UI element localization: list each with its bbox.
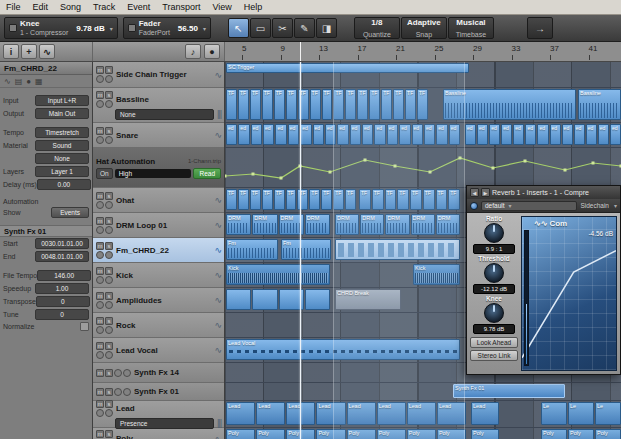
clip[interactable]: TF xyxy=(238,189,249,210)
wave-icon[interactable]: ∿ xyxy=(4,77,11,86)
record-arm-button[interactable] xyxy=(96,100,104,108)
mute-button[interactable]: m xyxy=(96,369,104,377)
clip[interactable]: ed xyxy=(550,124,561,145)
track-row-4[interactable]: msOhat∿ xyxy=(93,188,224,213)
track-row-11[interactable]: msSynth Fx 14 xyxy=(93,363,224,383)
clip[interactable] xyxy=(226,289,251,310)
inspector-value[interactable]: Main Out xyxy=(35,108,89,119)
clip[interactable]: TF xyxy=(274,89,285,120)
nav-back-icon[interactable]: ◀ xyxy=(470,188,479,197)
clip[interactable]: Synth Fx 01 xyxy=(453,384,565,398)
solo-button[interactable]: s xyxy=(105,91,113,99)
track-row-10[interactable]: msLead Vocal∿ xyxy=(93,338,224,363)
clip[interactable] xyxy=(305,289,330,310)
clip[interactable]: ed xyxy=(610,124,621,145)
add-track-button[interactable]: + xyxy=(21,44,37,59)
inspector-value[interactable]: 0048.01.01.00 xyxy=(35,251,89,262)
timeline-ruler[interactable]: 591317212529333741 xyxy=(225,42,621,61)
threshold-value[interactable]: -12.12 dB xyxy=(473,284,515,294)
mute-button[interactable]: m xyxy=(96,91,104,99)
automation-on-button[interactable]: On xyxy=(96,168,113,179)
track-row-1[interactable]: msBasslineNone||| xyxy=(93,88,224,123)
clip[interactable]: Bassline xyxy=(578,89,621,120)
track-row-14[interactable]: msPoly∿ xyxy=(93,428,224,439)
solo-button[interactable]: s xyxy=(105,342,113,350)
clip[interactable]: TF xyxy=(262,89,273,120)
monitor-button[interactable] xyxy=(105,351,113,359)
clip[interactable]: ed xyxy=(525,124,536,145)
monitor-button[interactable] xyxy=(105,326,113,334)
inspector-toggle-button[interactable]: i xyxy=(3,44,19,59)
power-icon[interactable] xyxy=(470,202,478,210)
record-arm-button[interactable] xyxy=(96,351,104,359)
sidechain-label[interactable]: Sidechain xyxy=(580,202,609,209)
clip[interactable]: TF xyxy=(238,89,249,120)
monitor-button[interactable] xyxy=(105,136,113,144)
clip[interactable]: ed xyxy=(275,124,286,145)
clip[interactable]: Poly xyxy=(471,429,499,439)
playhead[interactable] xyxy=(300,62,301,439)
monitor-button[interactable] xyxy=(105,226,113,234)
playhead-marker[interactable] xyxy=(300,42,301,61)
clip[interactable]: Fm xyxy=(281,239,331,260)
record-arm-button[interactable] xyxy=(96,226,104,234)
menu-edit[interactable]: Edit xyxy=(33,2,49,12)
solo-button[interactable]: s xyxy=(105,430,113,438)
solo-button[interactable]: s xyxy=(105,369,113,377)
clip[interactable]: TF xyxy=(262,189,273,210)
record-arm-button[interactable] xyxy=(96,301,104,309)
monitor-button[interactable] xyxy=(105,201,113,209)
clip[interactable]: TF xyxy=(226,89,237,120)
clip[interactable]: ed xyxy=(238,124,249,145)
inspector-value[interactable]: 146.00 xyxy=(37,270,91,281)
mute-button[interactable]: m xyxy=(96,400,104,408)
monitor-button[interactable] xyxy=(105,75,113,83)
menu-view[interactable]: View xyxy=(212,2,231,12)
record-arm-button[interactable] xyxy=(114,388,122,396)
clip[interactable]: ed xyxy=(263,124,274,145)
solo-button[interactable]: s xyxy=(105,388,113,396)
preset-dropdown[interactable]: default ▾ xyxy=(481,201,577,211)
stereo-link-button[interactable]: Stereo Link xyxy=(470,350,518,361)
clip[interactable]: Lead xyxy=(471,402,499,425)
plugin-titlebar[interactable]: ◀▶ Reverb 1 - Inserts - 1 - Compre xyxy=(467,186,620,199)
monitor-button[interactable] xyxy=(123,369,131,377)
menu-transport[interactable]: Transport xyxy=(162,2,200,12)
clip[interactable]: TF xyxy=(321,189,332,210)
automation-mode-button[interactable]: Read xyxy=(193,168,221,179)
clip[interactable]: Poly xyxy=(541,429,567,439)
track-row-5[interactable]: msDRM Loop 01∿ xyxy=(93,213,224,238)
clip[interactable]: Lead xyxy=(226,402,255,425)
inspector-value[interactable]: Layer 1 xyxy=(35,166,89,177)
quantize-button[interactable]: 1/8 Quantize xyxy=(354,17,400,39)
normalize-checkbox[interactable] xyxy=(80,322,89,331)
fader-panel[interactable]: Fader FaderPort 56.50 ▾ xyxy=(123,17,211,39)
clip[interactable]: Le xyxy=(595,402,621,425)
track-row-2[interactable]: msSnare∿ xyxy=(93,123,224,148)
solo-button[interactable]: s xyxy=(105,127,113,135)
solo-button[interactable]: s xyxy=(105,267,113,275)
menu-song[interactable]: Song xyxy=(60,2,81,12)
clip[interactable]: TF xyxy=(309,189,320,210)
clip[interactable]: Kick xyxy=(226,264,330,285)
inspector-value[interactable]: Sound xyxy=(35,140,89,151)
monitor-button[interactable] xyxy=(105,251,113,259)
clip[interactable]: ed xyxy=(489,124,500,145)
track-row-3[interactable]: Hat Automation1-Chann.tripOnHighRead xyxy=(93,148,224,188)
metronome-button[interactable]: ♪ xyxy=(185,44,201,59)
clip[interactable]: TF xyxy=(286,189,297,210)
monitor-button[interactable] xyxy=(105,301,113,309)
mute-button[interactable]: m xyxy=(96,66,104,74)
split-tool[interactable]: ✂ xyxy=(272,18,293,38)
clip[interactable]: TF xyxy=(250,89,261,120)
record-arm-button[interactable] xyxy=(96,136,104,144)
clip[interactable]: ed xyxy=(586,124,597,145)
record-arm-button[interactable] xyxy=(114,369,122,377)
solo-button[interactable]: s xyxy=(105,242,113,250)
clip[interactable]: TF xyxy=(310,89,321,120)
mute-button[interactable]: m xyxy=(96,430,104,438)
mute-button[interactable]: m xyxy=(96,127,104,135)
ratio-value[interactable]: 9.9 : 1 xyxy=(473,244,515,254)
clip[interactable]: ed xyxy=(313,124,324,145)
monitor-button[interactable] xyxy=(105,100,113,108)
